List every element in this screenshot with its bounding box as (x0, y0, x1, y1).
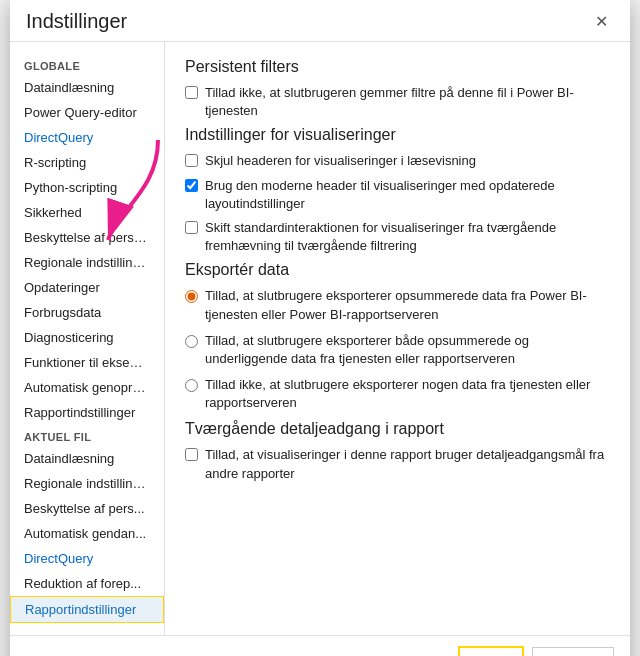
sidebar-item-regionale-globale[interactable]: Regionale indstillinger (10, 250, 164, 275)
dialog-title: Indstillinger (26, 10, 127, 33)
sidebar-item-forbrugsdata[interactable]: Forbrugsdata (10, 300, 164, 325)
radio-row-3: Tillad ikke, at slutbrugere eksporterer … (185, 376, 610, 412)
sidebar-item-regionale-aktuel[interactable]: Regionale indstilling... (10, 471, 164, 496)
radio-eksporter-begge-label: Tillad, at slutbrugere eksporterer både … (205, 332, 610, 368)
sidebar-item-dataindlaesning-aktuel[interactable]: Dataindlæsning (10, 446, 164, 471)
sidebar-item-opdateringer[interactable]: Opdateringer (10, 275, 164, 300)
sidebar: GLOBALE Dataindlæsning Power Query-edito… (10, 42, 165, 635)
sidebar-item-power-query-editor[interactable]: Power Query-editor (10, 100, 164, 125)
sidebar-item-beskyttelse-aktuel[interactable]: Beskyttelse af pers... (10, 496, 164, 521)
sidebar-item-automatisk-globale[interactable]: Automatisk genopre... (10, 375, 164, 400)
dialog-body: GLOBALE Dataindlæsning Power Query-edito… (10, 42, 630, 635)
ok-button[interactable]: OK (458, 646, 525, 656)
radio-eksporter-opsummerede-label: Tillad, at slutbrugere eksporterer opsum… (205, 287, 610, 323)
checkbox-skift-standard[interactable] (185, 221, 198, 234)
checkbox-row-1: Tillad ikke, at slutbrugeren gemmer filt… (185, 84, 610, 120)
checkbox-skift-standard-label: Skift standardinteraktionen for visualis… (205, 219, 610, 255)
section-title-tvaergaaende: Tværgående detaljeadgang i rapport (185, 420, 610, 438)
radio-eksporter-opsummerede[interactable] (185, 290, 198, 303)
sidebar-item-directquery-globale[interactable]: DirectQuery (10, 125, 164, 150)
checkbox-persistent[interactable] (185, 86, 198, 99)
section-title-eksporter: Eksportér data (185, 261, 610, 279)
radio-eksporter-ingen-label: Tillad ikke, at slutbrugere eksporterer … (205, 376, 610, 412)
settings-dialog: Indstillinger ✕ GLOBALE Dataindlæsning P… (10, 0, 630, 656)
sidebar-item-beskyttelse-globale[interactable]: Beskyttelse af perso... (10, 225, 164, 250)
checkbox-row-5: Tillad, at visualiseringer i denne rappo… (185, 446, 610, 482)
section-title-persistent: Persistent filters (185, 58, 610, 76)
sidebar-item-funktioner[interactable]: Funktioner til eksempl... (10, 350, 164, 375)
sidebar-section-aktuel: AKTUEL FIL (10, 425, 164, 446)
sidebar-item-r-scripting[interactable]: R-scripting (10, 150, 164, 175)
cancel-button[interactable]: Annuller (532, 647, 614, 656)
sidebar-item-directquery-aktuel[interactable]: DirectQuery (10, 546, 164, 571)
sidebar-item-reduktion[interactable]: Reduktion af forep... (10, 571, 164, 596)
sidebar-item-rapportindstillinger-globale[interactable]: Rapportindstillinger (10, 400, 164, 425)
checkbox-skjul-header[interactable] (185, 154, 198, 167)
sidebar-item-diagnosticering[interactable]: Diagnosticering (10, 325, 164, 350)
dialog-footer: OK Annuller (10, 635, 630, 656)
close-button[interactable]: ✕ (589, 10, 614, 33)
radio-row-1: Tillad, at slutbrugere eksporterer opsum… (185, 287, 610, 323)
section-title-visualiseringer: Indstillinger for visualiseringer (185, 126, 610, 144)
sidebar-item-sikkerhed[interactable]: Sikkerhed (10, 200, 164, 225)
checkbox-moderne-header-label: Brug den moderne header til visualiserin… (205, 177, 610, 213)
checkbox-moderne-header[interactable] (185, 179, 198, 192)
checkbox-row-3: Brug den moderne header til visualiserin… (185, 177, 610, 213)
radio-eksporter-ingen[interactable] (185, 379, 198, 392)
dialog-titlebar: Indstillinger ✕ (10, 0, 630, 42)
checkbox-tvaergaaende[interactable] (185, 448, 198, 461)
sidebar-item-python-scripting[interactable]: Python-scripting (10, 175, 164, 200)
radio-eksporter-begge[interactable] (185, 335, 198, 348)
checkbox-row-2: Skjul headeren for visualiseringer i læs… (185, 152, 610, 170)
sidebar-section-globale: GLOBALE (10, 54, 164, 75)
content-area: Persistent filters Tillad ikke, at slutb… (165, 42, 630, 635)
sidebar-item-rapportindstillinger-aktuel[interactable]: Rapportindstillinger (10, 596, 164, 623)
sidebar-item-dataindlaesning-globale[interactable]: Dataindlæsning (10, 75, 164, 100)
sidebar-item-automatisk-aktuel[interactable]: Automatisk gendan... (10, 521, 164, 546)
checkbox-row-4: Skift standardinteraktionen for visualis… (185, 219, 610, 255)
checkbox-tvaergaaende-label: Tillad, at visualiseringer i denne rappo… (205, 446, 610, 482)
checkbox-persistent-label: Tillad ikke, at slutbrugeren gemmer filt… (205, 84, 610, 120)
checkbox-skjul-header-label: Skjul headeren for visualiseringer i læs… (205, 152, 476, 170)
radio-row-2: Tillad, at slutbrugere eksporterer både … (185, 332, 610, 368)
